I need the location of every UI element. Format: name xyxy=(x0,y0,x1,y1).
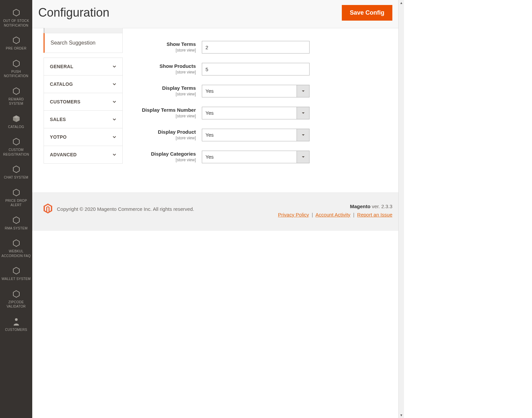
config-section-customers[interactable]: CUSTOMERS xyxy=(44,93,123,111)
admin-sidebar: OUT OF STOCK NOTIFICATIONPRE ORDERPUSH N… xyxy=(0,0,32,418)
hex-icon xyxy=(1,189,31,197)
config-section-label: CATALOG xyxy=(50,81,73,87)
select-caret-icon xyxy=(297,85,309,97)
field-scope: [store view] xyxy=(131,158,196,162)
config-section-general[interactable]: GENERAL xyxy=(44,58,123,75)
tab-search-suggestion[interactable]: Search Suggestion xyxy=(44,33,123,53)
display-terms-number-select[interactable]: Yes xyxy=(202,107,310,119)
scrollbar[interactable]: ▲ ▼ xyxy=(398,0,404,418)
sidebar-item-label: PRICE DROP ALERT xyxy=(1,199,31,208)
scroll-down-icon[interactable]: ▼ xyxy=(399,412,404,418)
hex-icon xyxy=(1,267,31,275)
copyright-text: Copyright © 2020 Magento Commerce Inc. A… xyxy=(57,206,194,212)
scroll-up-icon[interactable]: ▲ xyxy=(399,0,404,6)
sidebar-item-out-of-stock-notification[interactable]: OUT OF STOCK NOTIFICATION xyxy=(0,5,32,32)
select-caret-icon xyxy=(297,151,309,163)
show-terms-input[interactable] xyxy=(202,41,310,54)
chevron-down-icon xyxy=(112,100,116,104)
sidebar-item-label: PUSH NOTIFICATION xyxy=(1,70,31,78)
chevron-down-icon xyxy=(112,117,116,121)
chevron-down-icon xyxy=(112,82,116,86)
person-icon xyxy=(1,318,31,326)
form-row-show-products: Show Products[store view] xyxy=(131,63,392,75)
tab-prev-stub[interactable] xyxy=(44,28,123,33)
privacy-policy-link[interactable]: Privacy Policy xyxy=(278,212,309,217)
chevron-down-icon xyxy=(112,135,116,139)
config-section-yotpo[interactable]: YOTPO xyxy=(44,128,123,146)
footer: Copyright © 2020 Magento Commerce Inc. A… xyxy=(32,193,398,231)
field-label: Show Products xyxy=(160,63,196,69)
select-caret-icon xyxy=(297,107,309,119)
field-label: Show Terms xyxy=(167,41,196,47)
config-section-label: SALES xyxy=(50,117,66,122)
content-area: Search Suggestion GENERALCATALOGCUSTOMER… xyxy=(32,28,398,193)
select-caret-icon xyxy=(297,129,309,141)
hex-icon xyxy=(1,87,31,95)
config-section-catalog[interactable]: CATALOG xyxy=(44,75,123,93)
sidebar-item-label: CHAT SYSTEM xyxy=(1,175,31,180)
sidebar-item-label: CUSTOM REGISTRATION xyxy=(1,148,31,157)
hex-icon xyxy=(1,138,31,146)
field-label: Display Product xyxy=(158,129,196,135)
select-value: Yes xyxy=(202,107,297,119)
config-form: Show Terms[store view]Show Products[stor… xyxy=(131,28,392,173)
config-section-advanced[interactable]: ADVANCED xyxy=(44,146,123,164)
form-row-display-product: Display Product[store view]Yes xyxy=(131,129,392,141)
sidebar-item-label: ZIPCODE VALIDATOR xyxy=(1,300,31,309)
select-value: Yes xyxy=(202,129,297,141)
field-label: Display Terms xyxy=(162,85,196,91)
magento-logo-icon xyxy=(44,204,52,214)
field-scope: [store view] xyxy=(131,70,196,74)
field-scope: [store view] xyxy=(131,48,196,53)
config-section-sales[interactable]: SALES xyxy=(44,110,123,128)
sidebar-item-wallet-system[interactable]: WALLET SYSTEM xyxy=(0,263,32,286)
sidebar-item-label: REWARD SYSTEM xyxy=(1,97,31,106)
select-value: Yes xyxy=(202,85,297,97)
sidebar-item-label: CATALOG xyxy=(1,125,31,129)
hex-icon xyxy=(1,290,31,298)
hex-icon xyxy=(1,36,31,44)
sidebar-item-label: RMA SYSTEM xyxy=(1,226,31,231)
form-row-show-terms: Show Terms[store view] xyxy=(131,41,392,54)
sidebar-item-customers[interactable]: CUSTOMERS xyxy=(0,314,32,337)
form-row-display-categories: Display Categories[store view]Yes xyxy=(131,151,392,163)
display-terms-select[interactable]: Yes xyxy=(202,85,310,97)
field-scope: [store view] xyxy=(131,136,196,140)
config-tabs: Search Suggestion GENERALCATALOGCUSTOMER… xyxy=(44,28,123,173)
sidebar-item-catalog[interactable]: CATALOG xyxy=(0,111,32,134)
svg-point-0 xyxy=(15,318,18,321)
form-row-display-terms: Display Terms[store view]Yes xyxy=(131,85,392,97)
page-title: Configuration xyxy=(38,6,109,20)
sidebar-item-label: WALLET SYSTEM xyxy=(1,277,31,281)
sidebar-item-chat-system[interactable]: CHAT SYSTEM xyxy=(0,161,32,185)
sidebar-item-label: PRE ORDER xyxy=(1,46,31,51)
save-config-button[interactable]: Save Config xyxy=(342,5,392,21)
sidebar-item-pre-order[interactable]: PRE ORDER xyxy=(0,32,32,56)
account-activity-link[interactable]: Account Activity xyxy=(316,212,350,217)
sidebar-item-push-notification[interactable]: PUSH NOTIFICATION xyxy=(0,56,32,83)
chevron-down-icon xyxy=(112,65,116,69)
config-section-label: YOTPO xyxy=(50,134,67,140)
sidebar-item-label: OUT OF STOCK NOTIFICATION xyxy=(1,19,31,28)
display-categories-select[interactable]: Yes xyxy=(202,151,310,163)
config-section-label: GENERAL xyxy=(50,64,73,69)
config-section-label: CUSTOMERS xyxy=(50,99,80,104)
sidebar-item-reward-system[interactable]: REWARD SYSTEM xyxy=(0,83,32,111)
sidebar-item-zipcode-validator[interactable]: ZIPCODE VALIDATOR xyxy=(0,286,32,314)
hex-icon xyxy=(1,216,31,224)
sidebar-item-label: WEBKUL ACCORDION FAQ xyxy=(1,249,31,258)
show-products-input[interactable] xyxy=(202,63,310,75)
field-label: Display Categories xyxy=(151,151,196,157)
page-header: Configuration Save Config xyxy=(32,0,398,28)
cube-icon xyxy=(1,115,31,123)
field-scope: [store view] xyxy=(131,114,196,118)
sidebar-item-price-drop-alert[interactable]: PRICE DROP ALERT xyxy=(0,185,32,212)
hex-icon xyxy=(1,9,31,17)
display-product-select[interactable]: Yes xyxy=(202,129,310,141)
sidebar-item-custom-registration[interactable]: CUSTOM REGISTRATION xyxy=(0,134,32,161)
sidebar-item-webkul-accordion-faq[interactable]: WEBKUL ACCORDION FAQ xyxy=(0,235,32,263)
main-area: Configuration Save Config Search Suggest… xyxy=(32,0,398,418)
sidebar-item-rma-system[interactable]: RMA SYSTEM xyxy=(0,212,32,235)
report-issue-link[interactable]: Report an Issue xyxy=(357,212,392,217)
field-scope: [store view] xyxy=(131,92,196,96)
